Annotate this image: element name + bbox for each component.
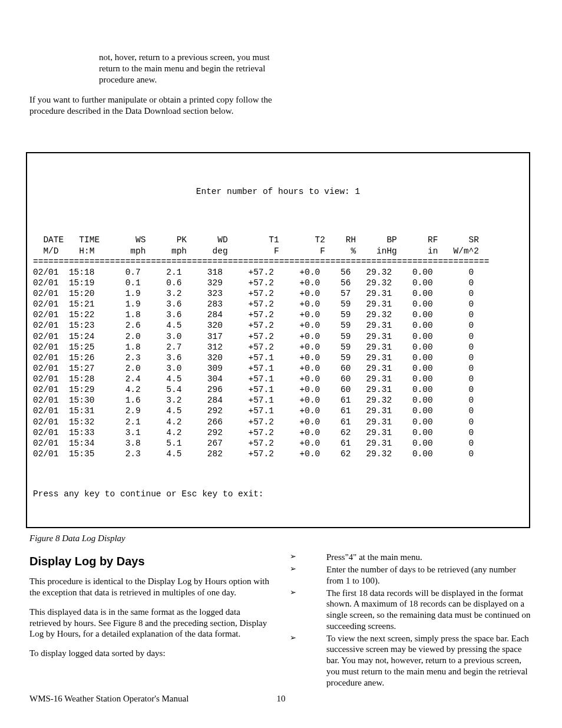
terminal-prompt: Enter number of hours to view: 1 (33, 186, 523, 197)
body-paragraph: To display logged data sorted by days: (29, 648, 272, 659)
section-heading-display-log-by-days: Display Log by Days (29, 554, 272, 569)
list-item: ➢To view the next screen, simply press t… (290, 633, 533, 689)
list-item: ➢Enter the number of days to be retrieve… (290, 564, 533, 587)
body-columns: Display Log by Days This procedure is id… (29, 552, 533, 689)
list-item-text: To view the next screen, simply press th… (326, 634, 529, 687)
terminal-continue: Press any key to continue or Esc key to … (33, 489, 523, 499)
footer-left: WMS-16 Weather Station Operator's Manual (29, 693, 189, 704)
page-footer: WMS-16 Weather Station Operator's Manual… (29, 693, 533, 704)
list-item-text: Press"4" at the main menu. (326, 552, 422, 562)
bullet-list: ➢Press"4" at the main menu.➢Enter the nu… (290, 552, 533, 688)
left-column: Display Log by Days This procedure is id… (29, 552, 272, 689)
page: not, hover, return to a previous screen,… (0, 0, 562, 728)
intro-block: not, hover, return to a previous screen,… (29, 52, 533, 117)
list-item: ➢The first 18 data records will be displ… (290, 588, 533, 632)
body-paragraph: This procedure is identical to the Displ… (29, 576, 272, 598)
manipulate-paragraph: If you want to further manipulate or obt… (29, 94, 300, 117)
list-item: ➢Press"4" at the main menu. (290, 552, 533, 563)
arrow-icon: ➢ (290, 552, 303, 561)
figure-caption: Figure 8 Data Log Display (29, 533, 533, 544)
terminal-table: DATE TIME WS PK WD T1 T2 RH BP RF SR M/D… (33, 235, 523, 459)
data-log-terminal: Enter number of hours to view: 1 DATE TI… (26, 152, 530, 528)
arrow-icon: ➢ (290, 564, 303, 574)
list-item-text: The first 18 data records will be displa… (326, 588, 531, 631)
body-paragraph: This displayed data is in the same forma… (29, 607, 272, 640)
arrow-icon: ➢ (290, 633, 303, 643)
right-column: ➢Press"4" at the main menu.➢Enter the nu… (290, 552, 533, 689)
list-item-text: Enter the number of days to be retrieved… (326, 565, 516, 585)
hover-paragraph: not, hover, return to a previous screen,… (99, 52, 270, 85)
arrow-icon: ➢ (290, 588, 303, 597)
footer-page-number: 10 (277, 693, 286, 704)
